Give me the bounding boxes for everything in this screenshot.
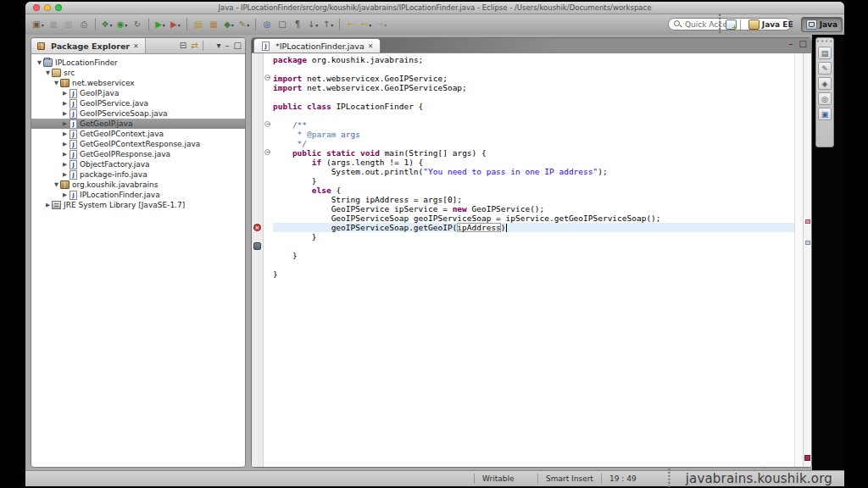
code-line[interactable] — [273, 260, 794, 269]
collapse-all-button[interactable]: ⊟ — [180, 42, 186, 50]
close-icon[interactable]: ✕ — [368, 42, 374, 50]
annotation-marker-icon[interactable] — [253, 242, 261, 250]
open-perspective-icon[interactable] — [726, 19, 737, 30]
code-line[interactable]: geoIPServiceSoap.getGeoIP(ipAddress) — [273, 223, 794, 232]
minimize-window-button[interactable] — [44, 4, 51, 11]
mark-occurrences-button[interactable]: □ — [275, 18, 289, 32]
collapsed-arrow-icon[interactable]: ▶ — [61, 151, 69, 158]
collapse-fold-icon[interactable]: − — [264, 149, 270, 155]
save-button[interactable]: ▦ — [47, 18, 60, 32]
code-line[interactable] — [273, 241, 794, 251]
perspective-java-ee-button[interactable]: Java EE — [744, 18, 798, 31]
focus-on-task-button[interactable]: ◦ — [208, 42, 213, 50]
close-window-button[interactable] — [33, 4, 40, 11]
profile-button[interactable]: ▶▾ — [169, 18, 182, 32]
previous-annotation-button[interactable]: ↑▾ — [321, 18, 335, 32]
zoom-window-button[interactable] — [55, 4, 62, 11]
code-line[interactable]: } — [273, 176, 794, 186]
maximize-view-button[interactable]: □ — [234, 42, 242, 50]
tree-item-geoip-java[interactable]: ▶JGeoIP.java — [31, 88, 245, 98]
view-menu-button[interactable]: ▾ — [217, 42, 221, 50]
code-line[interactable]: System.out.println("You need to pass in … — [273, 167, 794, 176]
status-drag-handle[interactable]: •••••• — [667, 469, 670, 488]
next-annotation-button[interactable]: ↓▾ — [306, 18, 320, 32]
code-line[interactable]: else { — [273, 186, 794, 195]
collapsed-arrow-icon[interactable]: ▶ — [44, 202, 52, 208]
code-line[interactable]: import net.webservicex.GeoIPService; — [273, 74, 794, 83]
run-button[interactable]: ▶▾ — [153, 18, 167, 32]
restore-outline-view-button[interactable]: ✎ — [818, 62, 832, 75]
tree-item-geoipservicesoap-java[interactable]: ▶JGeoIPServiceSoap.java — [31, 108, 245, 119]
overview-info-marker[interactable] — [805, 241, 810, 245]
code-line[interactable]: package org.koushik.javabrains; — [273, 55, 794, 64]
new-java-project-button[interactable]: ▤ — [192, 18, 205, 32]
external-tools-button[interactable]: ◉▾ — [115, 18, 129, 32]
code-line[interactable]: } — [273, 251, 794, 260]
link-with-editor-button[interactable]: ⇄ — [191, 42, 198, 50]
restore-console-view-button[interactable]: ▣ — [818, 108, 832, 120]
tree-item-src[interactable]: ▼src — [31, 68, 245, 78]
tree-item-jre-system-library-javase-1-7-[interactable]: ▶JRE System Library [JavaSE-1.7] — [31, 200, 245, 210]
marker-ruler[interactable] — [252, 53, 264, 467]
tab-iplocationfinder-java[interactable]: J *IPLocationFinder.java ✕ — [253, 38, 381, 53]
collapse-fold-icon[interactable]: − — [264, 121, 270, 127]
linked-edit-box[interactable]: ipAddress — [457, 223, 500, 232]
tree-item-net-webservicex[interactable]: ▼net.webservicex — [31, 78, 245, 88]
collapse-fold-icon[interactable]: − — [264, 75, 270, 80]
save-all-button[interactable]: ▥ — [62, 18, 75, 32]
new-wizard-button[interactable]: ▣▾ — [31, 18, 45, 32]
print-button[interactable]: ⎙ — [77, 18, 91, 32]
tree-item-iplocationfinder-java[interactable]: ▶JIPLocationFinder.java — [31, 190, 245, 200]
expanded-arrow-icon[interactable]: ▼ — [36, 59, 43, 66]
code-line[interactable]: public static void main(String[] args) { — [273, 148, 794, 158]
collapsed-arrow-icon[interactable]: ▶ — [61, 120, 69, 127]
close-icon[interactable]: ✕ — [133, 42, 139, 50]
tab-package-explorer[interactable]: Package Explorer ✕ — [31, 38, 146, 53]
expanded-arrow-icon[interactable]: ▼ — [53, 80, 60, 86]
view-bar-drag-handle[interactable]: •••• — [816, 39, 834, 44]
overview-ruler[interactable] — [803, 53, 811, 467]
tree-item-getgeoip-java[interactable]: ▶JGetGeoIP.java — [31, 119, 245, 129]
perspective-java-button[interactable]: Java — [801, 17, 843, 32]
restore-tasklist-view-button[interactable]: ▤ — [818, 47, 832, 59]
last-edit-location-button[interactable]: ← — [344, 18, 358, 32]
code-line[interactable]: String ipAddress = args[0]; — [273, 195, 794, 204]
forward-button[interactable]: →▾ — [375, 18, 388, 32]
tree-item-geoipservice-java[interactable]: ▶JGeoIPService.java — [31, 98, 245, 108]
code-editor[interactable]: package org.koushik.javabrains;import ne… — [252, 53, 811, 467]
tree-item-getgeoipresponse-java[interactable]: ▶JGetGeoIPResponse.java — [31, 149, 245, 159]
maximize-editor-button[interactable]: □ — [799, 39, 807, 48]
collapsed-arrow-icon[interactable]: ▶ — [61, 130, 69, 137]
restore-search-view-button[interactable]: ◎ — [818, 92, 832, 105]
collapsed-arrow-icon[interactable]: ▶ — [61, 110, 69, 117]
minimize-view-button[interactable]: – — [225, 42, 230, 50]
code-line[interactable]: import net.webservicex.GeoIPServiceSoap; — [273, 83, 794, 92]
collapsed-arrow-icon[interactable]: ▶ — [61, 161, 69, 168]
code-line[interactable]: GeoIPServiceSoap geoIPServiceSoap = ipSe… — [273, 214, 794, 223]
new-class-button[interactable]: ◆▾ — [222, 18, 236, 32]
collapsed-arrow-icon[interactable]: ▶ — [61, 100, 69, 107]
minimize-editor-button[interactable]: – — [789, 39, 793, 48]
code-line[interactable]: if (args.length != 1) { — [273, 158, 794, 167]
tree-item-org-koushik-javabrains[interactable]: ▼org.koushik.javabrains — [31, 180, 245, 190]
code-pane[interactable]: package org.koushik.javabrains;import ne… — [273, 55, 794, 279]
expanded-arrow-icon[interactable]: ▼ — [44, 69, 52, 76]
restore-problems-view-button[interactable]: ◈ — [818, 77, 832, 90]
build-all-button[interactable]: ↻ — [131, 18, 144, 32]
tree-item-iplocationfinder[interactable]: ▼IPLocationFinder — [31, 58, 245, 68]
search-button[interactable]: ◎ — [260, 18, 274, 32]
title-bar[interactable]: Java - IPLocationFinder/src/org/koushik/… — [25, 2, 844, 14]
expanded-arrow-icon[interactable]: ▼ — [53, 181, 60, 188]
code-line[interactable] — [273, 92, 794, 102]
folding-ruler[interactable] — [264, 53, 272, 467]
show-annotations-button[interactable]: ¶ — [291, 18, 304, 32]
new-task-button[interactable]: ✎▾ — [237, 18, 251, 32]
error-marker-icon[interactable]: × — [253, 224, 261, 231]
code-line[interactable]: /** — [273, 120, 794, 130]
tree-item-objectfactory-java[interactable]: ▶JObjectFactory.java — [31, 159, 245, 169]
tree-item-getgeoipcontextresponse-java[interactable]: ▶JGetGeoIPContextResponse.java — [31, 139, 245, 149]
code-line[interactable]: } — [273, 269, 794, 279]
code-line[interactable] — [273, 64, 794, 74]
collapsed-arrow-icon[interactable]: ▶ — [61, 141, 69, 147]
tree-item-package-info-java[interactable]: ▶Jpackage-info.java — [31, 169, 245, 180]
